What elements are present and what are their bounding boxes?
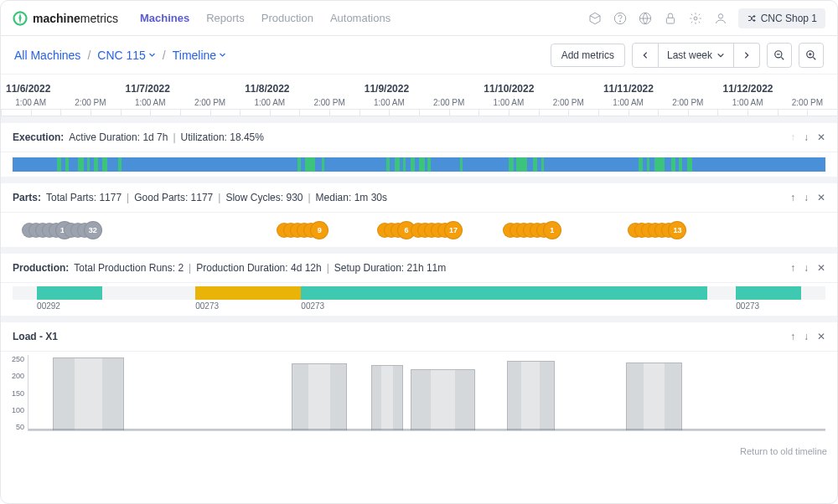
crumb-all[interactable]: All Machines <box>14 49 80 62</box>
svg-point-5 <box>694 17 697 20</box>
brand-logo[interactable]: machinemetrics <box>13 11 118 26</box>
parts-track: Parts: Total Parts: 1177| Good Parts: 11… <box>1 177 837 247</box>
zoom-out-button[interactable] <box>767 43 792 68</box>
chevron-down-icon <box>219 51 226 59</box>
date-column: 11/9/2022 <box>360 83 479 95</box>
svg-point-6 <box>718 13 722 18</box>
help-icon[interactable] <box>613 11 628 26</box>
user-icon[interactable] <box>713 11 728 26</box>
shuffle-icon <box>747 13 757 23</box>
nav-reports[interactable]: Reports <box>206 12 245 24</box>
production-segment[interactable] <box>301 286 707 300</box>
range-selector[interactable]: Last week <box>659 43 734 68</box>
production-segment[interactable] <box>37 286 102 300</box>
brand-text-b: metrics <box>80 12 118 25</box>
execution-title: Execution: <box>13 131 64 143</box>
production-label: 00292 <box>37 301 60 311</box>
production-track: Production: Total Production Runs: 2| Pr… <box>1 247 837 316</box>
svg-point-2 <box>619 20 620 21</box>
controls-right: Add metrics Last week <box>551 43 824 68</box>
nav-automations[interactable]: Automations <box>330 12 391 24</box>
parts-title: Parts: <box>13 192 41 203</box>
date-column: 11/10/2022 <box>478 83 598 95</box>
crumb-sep: / <box>163 49 166 62</box>
part-cluster[interactable]: 9 <box>285 221 328 239</box>
timeline-date-header: 11/6/202211/7/202211/8/202211/9/202211/1… <box>1 75 837 116</box>
parts-body[interactable]: 10329617113 <box>1 212 837 247</box>
chevron-right-icon <box>742 51 751 59</box>
add-metrics-button[interactable]: Add metrics <box>551 44 625 67</box>
close-track-button[interactable]: ✕ <box>817 192 825 203</box>
top-bar: machinemetrics Machines Reports Producti… <box>1 1 837 36</box>
date-column: 11/7/2022 <box>121 83 241 95</box>
controls-row: All Machines / CNC 115 / Timeline Add me… <box>1 36 837 75</box>
chevron-down-icon <box>148 51 156 59</box>
move-down-button[interactable]: ↓ <box>804 331 809 342</box>
date-range-nav: Last week <box>632 43 760 68</box>
close-track-button[interactable]: ✕ <box>817 262 825 274</box>
gear-icon[interactable] <box>688 11 703 26</box>
crumb-view[interactable]: Timeline <box>173 49 226 62</box>
svg-rect-4 <box>666 18 674 23</box>
part-cluster[interactable]: 32 <box>72 221 102 239</box>
chevron-left-icon <box>641 51 649 59</box>
footer: Return to old timeline <box>1 443 837 458</box>
part-cluster[interactable]: 1 <box>511 221 561 239</box>
close-track-button[interactable]: ✕ <box>817 331 825 342</box>
execution-body[interactable] <box>1 152 837 177</box>
move-down-button[interactable]: ↓ <box>804 131 809 143</box>
main-nav: Machines Reports Production Automations <box>140 12 391 24</box>
date-column: 11/6/2022 <box>1 83 121 95</box>
move-up-button: ↑ <box>790 131 795 143</box>
part-cluster[interactable]: 13 <box>636 221 686 239</box>
brand-text-a: machine <box>33 12 80 25</box>
date-column: 11/8/2022 <box>240 83 360 95</box>
next-range-button[interactable] <box>734 43 760 68</box>
load-track: Load - X1 ↑ ↓ ✕ 25020015010050 <box>1 316 837 443</box>
shop-selector[interactable]: CNC Shop 1 <box>738 8 825 28</box>
zoom-in-button[interactable] <box>799 43 824 68</box>
close-track-button[interactable]: ✕ <box>817 131 825 143</box>
cube-icon[interactable] <box>587 11 603 26</box>
move-up-button[interactable]: ↑ <box>790 262 795 274</box>
production-label: 00273 <box>301 301 324 311</box>
move-down-button[interactable]: ↓ <box>804 192 809 203</box>
move-up-button[interactable]: ↑ <box>790 331 795 342</box>
part-cluster[interactable]: 17 <box>419 221 463 239</box>
breadcrumb: All Machines / CNC 115 / Timeline <box>14 49 226 62</box>
production-label: 00273 <box>195 301 219 311</box>
shop-name: CNC Shop 1 <box>761 13 817 24</box>
execution-track: Execution: Active Duration: 1d 7h | Util… <box>1 116 837 177</box>
zoom-out-icon <box>773 49 785 61</box>
date-column: 11/12/2022 <box>717 83 837 95</box>
crumb-sep: / <box>87 49 91 62</box>
production-segment[interactable] <box>195 286 301 300</box>
production-label: 00273 <box>736 301 759 311</box>
production-segment[interactable] <box>736 286 801 300</box>
brand-icon <box>13 11 28 26</box>
chevron-down-icon <box>716 51 725 59</box>
nav-production[interactable]: Production <box>261 12 313 24</box>
load-title: Load - X1 <box>13 331 58 342</box>
production-body[interactable]: 00292002730027300273 <box>1 282 837 316</box>
zoom-in-icon <box>805 49 817 61</box>
crumb-machine[interactable]: CNC 115 <box>97 49 156 62</box>
production-title: Production: <box>13 262 69 274</box>
load-body[interactable]: 25020015010050 <box>1 351 837 443</box>
return-old-timeline-link[interactable]: Return to old timeline <box>740 446 827 456</box>
move-down-button[interactable]: ↓ <box>804 262 809 274</box>
date-column: 11/11/2022 <box>598 83 718 95</box>
topbar-right: CNC Shop 1 <box>587 8 825 28</box>
prev-range-button[interactable] <box>632 43 659 68</box>
move-up-button[interactable]: ↑ <box>790 192 795 203</box>
globe-icon[interactable] <box>638 11 653 26</box>
nav-machines[interactable]: Machines <box>140 12 189 24</box>
lock-icon[interactable] <box>663 11 678 26</box>
